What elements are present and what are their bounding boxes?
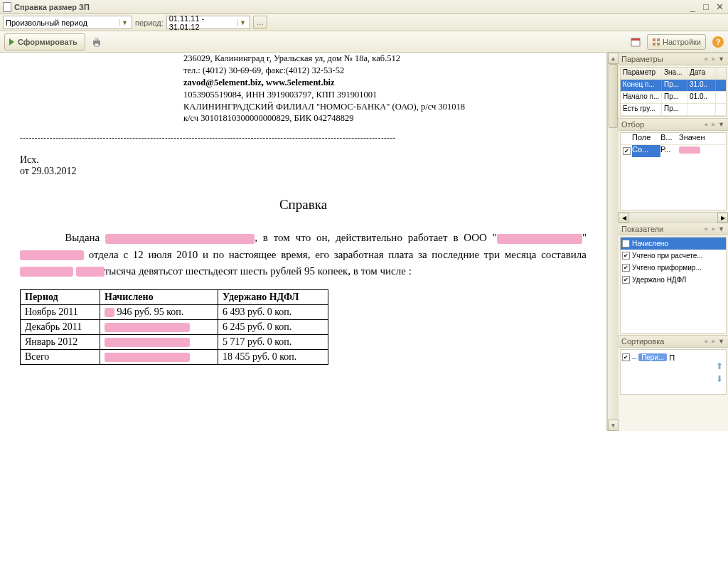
- sort-panel-header[interactable]: Сортировка « » ▼: [619, 335, 728, 348]
- period-toolbar: Произвольный период ▼ период: 01.11.11 -…: [0, 14, 728, 31]
- print-icon[interactable]: [90, 35, 104, 49]
- window-title: Справка размер ЗП: [14, 3, 685, 11]
- panel-controls-icon[interactable]: « » ▼: [705, 55, 725, 63]
- svg-rect-5: [653, 38, 655, 41]
- move-down-icon[interactable]: ⬇: [716, 374, 723, 384]
- move-up-icon[interactable]: ⬆: [716, 361, 723, 371]
- table-header: Период: [21, 290, 100, 305]
- redacted-amount2: [76, 267, 105, 277]
- sort-item[interactable]: ✔ – Пери... П: [622, 351, 724, 363]
- param-row[interactable]: Начало п... Пр... 01.0..: [621, 92, 726, 104]
- action-toolbar: Сформировать Настройки ?: [0, 31, 728, 53]
- scroll-left-button[interactable]: ◀: [619, 213, 629, 223]
- filter-table[interactable]: Поле В... Значен ✔ Со... Р...: [620, 132, 727, 210]
- checkbox[interactable]: ✔: [622, 252, 630, 260]
- side-panel: Параметры « » ▼ Параметр Зна... Дата Кон…: [619, 53, 728, 431]
- vertical-scrollbar[interactable]: ▲ ▼: [607, 53, 619, 431]
- scroll-up-button[interactable]: ▲: [608, 53, 619, 64]
- generate-button[interactable]: Сформировать: [4, 33, 85, 50]
- table-row: Декабрь 2011 6 245 руб. 0 коп.: [21, 320, 328, 335]
- table-header: Начислено: [100, 290, 218, 305]
- param-row[interactable]: Есть гру... Пр...: [621, 104, 726, 116]
- indicators-list[interactable]: ✔ Начислено ✔ Учтено при расчете... ✔ Уч…: [620, 237, 727, 334]
- indicators-panel-header[interactable]: Показатели « » ▼: [619, 223, 728, 235]
- checkbox[interactable]: ✔: [623, 147, 631, 155]
- period-value-input[interactable]: 01.11.11 - 31.01.12 ▼: [166, 16, 250, 29]
- svg-rect-2: [95, 43, 99, 46]
- scroll-right-button[interactable]: ▶: [717, 213, 728, 223]
- filter-row[interactable]: ✔ Со... Р...: [621, 145, 726, 157]
- period-type-dropdown[interactable]: Произвольный период ▼: [3, 16, 132, 29]
- table-header: Удержано НДФЛ: [218, 290, 328, 305]
- checkbox[interactable]: ✔: [622, 353, 630, 361]
- main-area: 236029, Калининград г, Уральская ул, дом…: [0, 53, 728, 431]
- period-value: 01.11.11 - 31.01.12: [169, 14, 235, 31]
- salary-table: Период Начислено Удержано НДФЛ Ноябрь 20…: [20, 289, 328, 365]
- period-picker-button[interactable]: …: [253, 16, 267, 29]
- parameters-panel-header[interactable]: Параметры « » ▼: [619, 53, 728, 65]
- svg-rect-6: [657, 38, 660, 41]
- maximize-button[interactable]: □: [700, 2, 712, 12]
- svg-rect-7: [653, 43, 655, 46]
- reference-block: Исх. от 29.03.2012: [20, 154, 587, 177]
- period-type-value: Произвольный период: [6, 18, 87, 27]
- panel-controls-icon[interactable]: « » ▼: [705, 338, 725, 345]
- period-label: период:: [135, 18, 164, 27]
- indicator-item[interactable]: ✔ Учтено при расчете...: [621, 250, 726, 262]
- dropdown-arrow-icon: ▼: [237, 19, 247, 26]
- checkbox[interactable]: ✔: [622, 264, 630, 272]
- svg-rect-1: [95, 38, 99, 41]
- separator: ----------------------------------------…: [20, 133, 587, 142]
- document-title: Справка: [20, 197, 587, 213]
- dropdown-arrow-icon: ▼: [119, 19, 129, 26]
- minimize-button[interactable]: _: [687, 2, 698, 12]
- indicator-item[interactable]: ✔ Учтено приформир...: [621, 262, 726, 274]
- sort-list[interactable]: ✔ – Пери... П ⬆ ⬇: [620, 349, 727, 395]
- close-button[interactable]: ✕: [714, 2, 725, 12]
- redacted-dept: [20, 250, 84, 260]
- indicator-item[interactable]: ✔ Начислено: [621, 238, 726, 250]
- svg-rect-4: [631, 38, 640, 41]
- play-icon: [9, 38, 14, 46]
- table-row: Всего 18 455 руб. 0 коп.: [21, 350, 328, 365]
- redacted-name: [105, 234, 255, 244]
- redacted-amount: [20, 267, 73, 277]
- table-row: Январь 2012 5 717 руб. 0 коп.: [21, 335, 328, 350]
- scroll-down-button[interactable]: ▼: [608, 420, 619, 431]
- title-bar: Справка размер ЗП _ □ ✕: [0, 0, 728, 14]
- calendar-icon[interactable]: [628, 35, 643, 49]
- scroll-thumb[interactable]: [609, 64, 618, 128]
- table-row: Ноябрь 2011 946 руб. 95 коп. 6 493 руб. …: [21, 305, 328, 320]
- help-button[interactable]: ?: [712, 36, 724, 48]
- filter-panel-header[interactable]: Отбор « » ▼: [619, 118, 728, 131]
- panel-controls-icon[interactable]: « » ▼: [705, 225, 725, 233]
- document-icon: [3, 2, 11, 12]
- indicator-item[interactable]: ✔ Удержано НДФЛ: [621, 274, 726, 286]
- param-row[interactable]: Конец п... Пр... 31.0..: [621, 80, 726, 92]
- document-viewer[interactable]: 236029, Калининград г, Уральская ул, дом…: [0, 53, 607, 431]
- document-header: 236029, Калининград г, Уральская ул, дом…: [183, 53, 587, 124]
- settings-button[interactable]: Настройки: [647, 34, 706, 50]
- redacted-company: [497, 234, 582, 244]
- panel-controls-icon[interactable]: « » ▼: [705, 121, 725, 128]
- svg-rect-8: [657, 43, 660, 46]
- checkbox[interactable]: ✔: [622, 276, 630, 284]
- checkbox[interactable]: ✔: [622, 240, 630, 247]
- document-body: Выдана , в том что он, действительно раб…: [20, 230, 587, 279]
- horizontal-scrollbar[interactable]: ◀ ▶: [619, 212, 728, 223]
- parameters-table[interactable]: Параметр Зна... Дата Конец п... Пр... 31…: [620, 67, 727, 117]
